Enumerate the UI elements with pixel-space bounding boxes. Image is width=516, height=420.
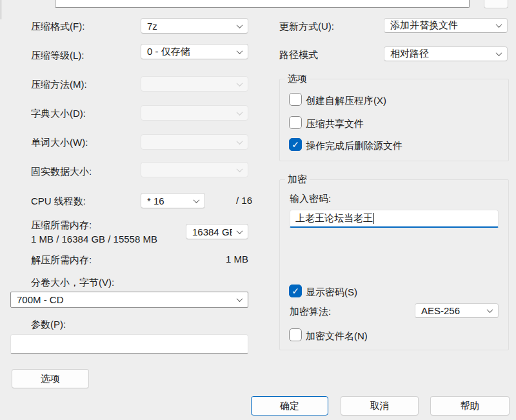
solid-block-label: 固实数据大小: — [31, 165, 92, 178]
create-sfx-checkbox[interactable] — [289, 93, 302, 106]
options-group-title: 选项 — [285, 74, 310, 84]
format-dropdown[interactable]: 7z — [141, 18, 248, 34]
volume-size-value: 700M - CD — [17, 294, 64, 305]
cpu-threads-max: / 16 — [194, 195, 252, 206]
options-button-label: 选项 — [41, 373, 60, 385]
chevron-down-icon — [496, 21, 502, 28]
encryption-group-title: 加密 — [285, 174, 310, 185]
compress-shared-label[interactable]: 压缩共享文件 — [306, 117, 364, 130]
chevron-down-icon — [237, 166, 243, 172]
format-label: 压缩格式(F): — [31, 20, 84, 33]
delete-after-label[interactable]: 操作完成后删除源文件 — [306, 139, 402, 152]
add-to-archive-dialog: 压缩格式(F): 7z 压缩等级(L): 0 - 仅存储 压缩方法(M): 字典… — [0, 0, 516, 420]
ok-button-label: 确定 — [280, 400, 299, 412]
cpu-threads-value: * 16 — [147, 195, 164, 206]
browse-button[interactable] — [484, 0, 508, 8]
chevron-down-icon — [237, 295, 243, 302]
archive-name-input[interactable] — [55, 0, 470, 8]
dictionary-dropdown — [141, 105, 248, 121]
chevron-down-icon — [496, 50, 502, 56]
show-password-label[interactable]: 显示密码(S) — [306, 286, 357, 299]
level-label: 压缩等级(L): — [31, 49, 84, 62]
parameters-label: 参数(P): — [31, 318, 66, 331]
path-mode-value: 相对路径 — [390, 48, 429, 60]
solid-block-dropdown — [141, 162, 248, 177]
text-caret — [373, 213, 374, 224]
show-password-checkbox[interactable] — [289, 285, 302, 297]
options-button[interactable]: 选项 — [12, 369, 89, 388]
word-size-label: 单词大小(W): — [31, 136, 88, 149]
encryption-method-label: 加密算法: — [290, 305, 331, 318]
encryption-method-value: AES-256 — [421, 305, 460, 316]
cpu-threads-label: CPU 线程数: — [31, 195, 86, 208]
encryption-method-dropdown[interactable]: AES-256 — [415, 303, 499, 318]
update-mode-label: 更新方式(U): — [279, 20, 334, 33]
update-mode-dropdown[interactable]: 添加并替换文件 — [384, 18, 508, 33]
memory-limit-value: 16384 GB — [192, 226, 232, 237]
memory-compress-detail: 1 MB / 16384 GB / 15558 MB — [31, 233, 157, 246]
compress-shared-checkbox[interactable] — [289, 116, 302, 129]
word-size-dropdown — [141, 134, 248, 150]
dictionary-label: 字典大小(D): — [31, 107, 86, 120]
path-mode-dropdown[interactable]: 相对路径 — [384, 46, 508, 61]
ok-button[interactable]: 确定 — [251, 396, 328, 415]
parameters-input[interactable] — [10, 334, 248, 354]
chevron-down-icon — [237, 48, 243, 54]
delete-after-checkbox[interactable] — [289, 138, 302, 151]
encrypt-names-label[interactable]: 加密文件名(N) — [306, 330, 368, 343]
chevron-down-icon — [237, 22, 243, 28]
chevron-down-icon — [237, 138, 243, 145]
method-dropdown — [141, 76, 248, 92]
dialog-edge-line — [1, 0, 1, 19]
chevron-down-icon — [237, 109, 243, 115]
password-value: 上老王论坛当老王 — [295, 212, 373, 225]
level-value: 0 - 仅存储 — [147, 46, 190, 58]
chevron-down-icon — [487, 306, 493, 313]
volume-size-label: 分卷大小，字节(V): — [31, 276, 114, 289]
path-mode-label: 路径模式 — [279, 48, 318, 61]
create-sfx-label[interactable]: 创建自解压程序(X) — [306, 94, 386, 107]
encrypt-names-checkbox[interactable] — [289, 328, 302, 341]
chevron-down-icon — [237, 80, 243, 86]
memory-compress-label: 压缩所需内存: — [31, 219, 92, 232]
memory-limit-dropdown[interactable]: 16384 GB — [186, 224, 248, 239]
help-button[interactable]: 帮助 — [430, 396, 510, 415]
help-button-label: 帮助 — [461, 400, 480, 412]
method-label: 压缩方法(M): — [31, 78, 87, 91]
chevron-down-icon — [237, 228, 243, 234]
volume-size-combobox[interactable]: 700M - CD — [10, 292, 248, 308]
password-label: 输入密码: — [290, 192, 331, 205]
cancel-button[interactable]: 取消 — [341, 396, 419, 415]
memory-decompress-value: 1 MB — [194, 254, 248, 265]
update-mode-value: 添加并替换文件 — [390, 19, 458, 32]
format-value: 7z — [147, 21, 157, 32]
cancel-button-label: 取消 — [370, 400, 390, 412]
password-input[interactable]: 上老王论坛当老王 — [290, 210, 499, 228]
level-dropdown[interactable]: 0 - 仅存储 — [141, 44, 248, 59]
memory-decompress-label: 解压所需内存: — [31, 254, 92, 266]
